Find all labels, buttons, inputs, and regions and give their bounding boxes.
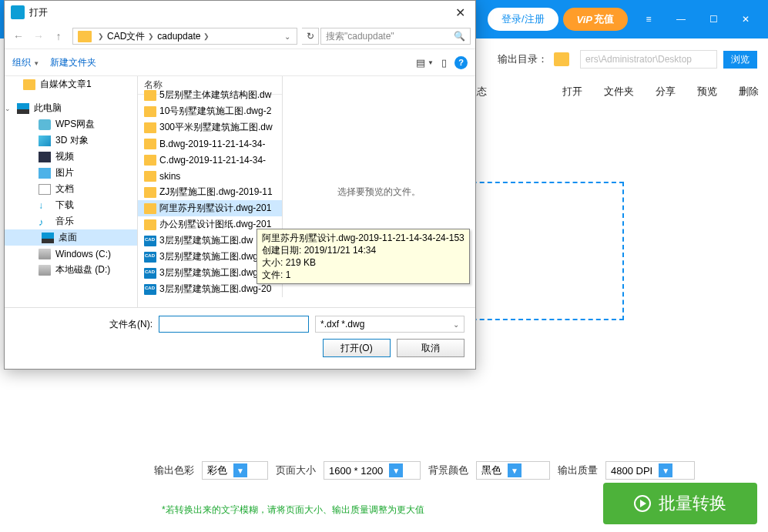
help-button[interactable]: ? (454, 56, 468, 69)
vid-icon (39, 152, 51, 162)
file-name: ZJ别墅施工图.dwg-2019-11 (159, 186, 273, 199)
output-path-field[interactable]: ers\Administrator\Desktop (580, 50, 717, 69)
sidebar-item[interactable]: WPS网盘 (5, 116, 137, 132)
search-input[interactable]: 搜索"cadupdate" 🔍 (320, 28, 471, 45)
sidebar-item[interactable]: 图片 (5, 165, 137, 181)
file-row[interactable]: C.dwg-2019-11-21-14-34- (138, 152, 282, 168)
sidebar-item[interactable]: 本地磁盘 (D:) (5, 262, 137, 278)
vip-button[interactable]: ViP充值 (563, 8, 628, 31)
cube-icon (39, 136, 51, 146)
sidebar-item-label: 图片 (55, 166, 74, 179)
filename-label: 文件名(N): (109, 318, 153, 331)
minimize-icon[interactable]: — (665, 8, 697, 31)
breadcrumb-seg[interactable]: cadupdate (157, 31, 200, 42)
file-row[interactable]: skins (138, 168, 282, 184)
doc-icon (39, 184, 51, 195)
login-button[interactable]: 登录/注册 (488, 8, 558, 31)
sidebar-item-label: 自媒体文章1 (40, 78, 92, 91)
file-row[interactable]: 阿里苏丹别墅设计.dwg-201 (138, 200, 282, 216)
sidebar-item-label: 本地磁盘 (D:) (55, 263, 110, 276)
dialog-footer: 文件名(N): *.dxf *.dwg⌄ 打开(O) 取消 (5, 307, 475, 365)
breadcrumb-seg[interactable]: CAD文件 (107, 30, 145, 43)
sidebar-item[interactable]: 文档 (5, 181, 137, 197)
color-label: 输出色彩 (154, 463, 194, 477)
organize-button[interactable]: 组织 ▼ (12, 56, 39, 69)
play-icon (634, 495, 651, 512)
refresh-button[interactable]: ↻ (302, 28, 319, 45)
forward-button[interactable]: → (29, 27, 48, 45)
chevron-down-icon: ⌄ (453, 320, 459, 329)
dl-icon (39, 200, 51, 211)
search-placeholder: 搜索"cadupdate" (326, 30, 394, 43)
sidebar-item[interactable]: 3D 对象 (5, 132, 137, 149)
sidebar-item[interactable]: 自媒体文章1 (5, 76, 137, 92)
open-button[interactable]: 打开(O) (323, 339, 391, 357)
quality-select[interactable]: 4800 DPI▼ (605, 461, 695, 480)
close-icon[interactable]: ✕ (729, 8, 762, 31)
vip-label: 充值 (594, 12, 614, 26)
filename-input[interactable] (159, 316, 309, 333)
file-name: 3层别墅建筑施工图.dwg-20 (159, 283, 271, 296)
up-button[interactable]: ↑ (49, 27, 68, 45)
dialog-title: 打开 (29, 6, 48, 19)
sidebar-item[interactable]: Windows (C:) (5, 246, 137, 262)
sidebar-item-label: 此电脑 (34, 102, 62, 115)
output-settings-bar: 输出色彩 彩色▼ 页面大小 1600 * 1200▼ 背景颜色 黑色▼ 输出质量… (154, 455, 757, 486)
wps-icon (39, 119, 51, 130)
bg-select[interactable]: 黑色▼ (476, 461, 550, 480)
hdr-open: 打开 (562, 85, 582, 99)
menu-icon[interactable]: ≡ (632, 8, 665, 31)
sidebar-item-label: 音乐 (55, 215, 74, 228)
dialog-toolbar: 组织 ▼ 新建文件夹 ▤▼ ▯ ? (5, 49, 475, 76)
chevron-down-icon[interactable]: ⌄ (280, 32, 295, 41)
sidebar-item-label: 视频 (55, 150, 74, 163)
pic-icon (39, 168, 51, 179)
filetype-select[interactable]: *.dxf *.dwg⌄ (315, 316, 464, 333)
view-button[interactable]: ▤▼ (416, 57, 434, 69)
sidebar-item[interactable]: 视频 (5, 149, 137, 165)
color-select[interactable]: 彩色▼ (202, 461, 268, 480)
chevron-down-icon: ▼ (233, 463, 247, 477)
file-name: 3层别墅建筑施工图.dwg-20 (159, 250, 271, 263)
outputdir-label: 输出目录： (498, 52, 548, 66)
cad-icon (144, 268, 156, 279)
cad-icon (144, 236, 156, 246)
sidebar-item[interactable]: 桌面 (5, 229, 137, 246)
file-row[interactable]: 10号别墅建筑施工图.dwg-2 (138, 103, 282, 119)
convert-label: 批量转换 (659, 492, 726, 515)
preview-pane-button[interactable]: ▯ (441, 57, 447, 69)
chevron-right-icon: ❯ (145, 32, 157, 40)
file-row[interactable]: 5层别墅主体建筑结构图.dw (138, 87, 282, 103)
sidebar-item[interactable]: 音乐 (5, 213, 137, 229)
size-select[interactable]: 1600 * 1200▼ (324, 461, 421, 480)
file-name: 办公别墅设计图纸.dwg-201 (159, 218, 271, 231)
folder-icon (78, 31, 92, 42)
quality-label: 输出质量 (558, 463, 598, 477)
preview-text: 选择要预览的文件。 (337, 186, 421, 199)
cad-icon (144, 252, 156, 263)
folder-icon (23, 79, 35, 90)
back-button[interactable]: ← (9, 27, 28, 45)
convert-button[interactable]: 批量转换 (603, 483, 757, 524)
desk-icon (42, 233, 54, 243)
folder-icon (144, 155, 156, 166)
breadcrumb[interactable]: ❯ CAD文件 ❯ cadupdate ❯ ⌄ (72, 28, 297, 45)
browse-button[interactable]: 浏览 (723, 51, 757, 69)
open-file-dialog: 打开 ✕ ← → ↑ ❯ CAD文件 ❯ cadupdate ❯ ⌄ ↻ 搜索"… (4, 0, 476, 370)
sidebar-item[interactable]: 下载 (5, 197, 137, 213)
file-name: skins (159, 171, 180, 182)
file-row[interactable]: B.dwg-2019-11-21-14-34- (138, 136, 282, 152)
tooltip-line: 阿里苏丹别墅设计.dwg-2019-11-21-14-34-24-153 (262, 232, 464, 244)
file-row[interactable]: 300平米别墅建筑施工图.dw (138, 119, 282, 136)
dialog-close-button[interactable]: ✕ (451, 5, 469, 20)
newfolder-button[interactable]: 新建文件夹 (50, 56, 96, 69)
file-row[interactable]: ZJ别墅施工图.dwg-2019-11 (138, 184, 282, 200)
window-controls: ≡ — ☐ ✕ (632, 8, 762, 31)
folder-icon (144, 90, 156, 101)
sidebar-item[interactable]: ⌄此电脑 (5, 100, 137, 116)
folder-icon (554, 52, 569, 66)
cancel-button[interactable]: 取消 (397, 339, 464, 357)
maximize-icon[interactable]: ☐ (697, 8, 729, 31)
drive-icon (39, 265, 51, 276)
cad-icon (144, 284, 156, 295)
